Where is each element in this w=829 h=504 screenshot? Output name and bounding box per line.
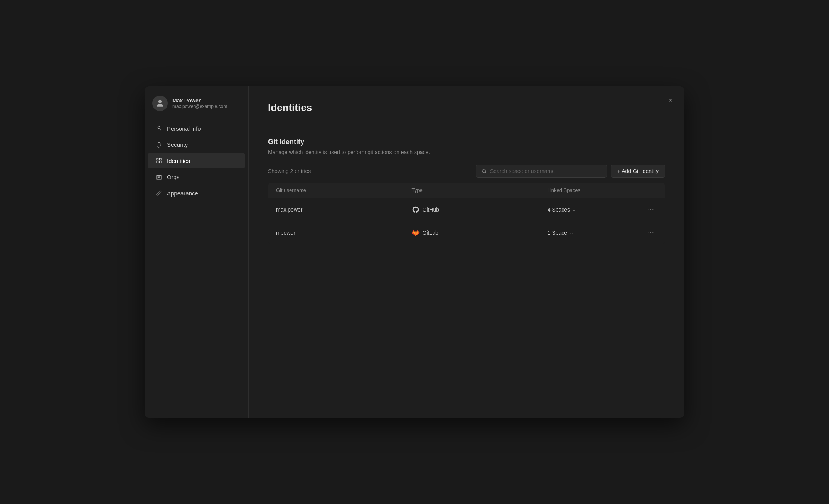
svg-rect-4 <box>159 161 161 163</box>
sidebar-item-identities[interactable]: Identities <box>148 153 245 168</box>
table-row: mpower <box>268 221 665 244</box>
settings-modal: Max Power max.power@example.com Personal… <box>145 86 684 418</box>
row-more-button[interactable]: ⋯ <box>645 204 657 215</box>
user-email: max.power@example.com <box>172 104 227 109</box>
entries-count: Showing 2 entries <box>268 168 311 174</box>
table-toolbar: Showing 2 entries + Add Git Identity <box>268 165 665 178</box>
sidebar-item-label: Personal info <box>167 125 201 132</box>
section-divider <box>268 126 665 126</box>
table-row: max.power GitHub <box>268 198 665 221</box>
table-header-row: Git username Type Linked Spaces <box>268 183 665 198</box>
column-header-username: Git username <box>268 183 404 198</box>
svg-point-10 <box>482 169 486 173</box>
linked-spaces-cell: 1 Space ⌄ <box>540 221 637 244</box>
search-icon <box>482 168 487 174</box>
identities-table: Git username Type Linked Spaces max.powe… <box>268 182 665 244</box>
brush-icon <box>155 190 162 197</box>
github-icon <box>412 206 420 213</box>
sidebar-item-label: Identities <box>167 158 190 164</box>
building-icon <box>155 173 162 180</box>
svg-rect-6 <box>158 177 158 178</box>
add-git-identity-button[interactable]: + Add Git Identity <box>611 165 665 178</box>
sidebar-item-security[interactable]: Security <box>148 137 245 152</box>
user-profile: Max Power max.power@example.com <box>145 96 248 120</box>
column-header-actions <box>637 183 665 198</box>
sidebar-item-orgs[interactable]: Orgs <box>148 169 245 185</box>
page-title: Identities <box>268 102 665 114</box>
search-input[interactable] <box>490 168 601 174</box>
user-avatar-icon <box>156 99 164 108</box>
svg-rect-3 <box>157 161 158 163</box>
column-header-type: Type <box>404 183 540 198</box>
git-username-cell: max.power <box>268 198 404 221</box>
user-icon <box>155 125 162 132</box>
row-more-button[interactable]: ⋯ <box>645 227 657 238</box>
svg-rect-7 <box>159 177 160 178</box>
sidebar-item-appearance[interactable]: Appearance <box>148 185 245 201</box>
sidebar-item-label: Orgs <box>167 174 180 180</box>
main-content: Identities Git Identity Manage which ide… <box>249 86 684 418</box>
avatar <box>152 96 168 111</box>
type-cell: GitHub <box>404 198 540 221</box>
sidebar-item-personal-info[interactable]: Personal info <box>148 121 245 136</box>
sidebar-nav: Personal info Security Identities <box>145 120 248 201</box>
svg-rect-5 <box>157 176 161 179</box>
toolbar-right: + Add Git Identity <box>476 165 665 178</box>
search-box[interactable] <box>476 165 607 178</box>
chevron-down-icon: ⌄ <box>572 207 576 212</box>
grid-icon <box>155 157 162 164</box>
sidebar-item-label: Appearance <box>167 190 198 197</box>
actions-cell: ⋯ <box>637 198 665 221</box>
user-info: Max Power max.power@example.com <box>172 97 227 109</box>
shield-icon <box>155 141 162 148</box>
svg-point-0 <box>158 126 160 128</box>
svg-line-11 <box>485 172 487 173</box>
git-identity-section: Git Identity Manage which identity is us… <box>268 138 665 244</box>
sidebar-item-label: Security <box>167 141 188 148</box>
close-icon <box>667 97 674 103</box>
svg-rect-2 <box>159 158 161 160</box>
spaces-expand-button[interactable]: 1 Space ⌄ <box>548 230 573 236</box>
user-name: Max Power <box>172 97 227 104</box>
type-cell: GitLab <box>404 221 540 244</box>
actions-cell: ⋯ <box>637 221 665 244</box>
svg-rect-1 <box>157 158 158 160</box>
section-description: Manage which identity is used to perform… <box>268 149 665 155</box>
sidebar: Max Power max.power@example.com Personal… <box>145 86 249 418</box>
close-button[interactable] <box>664 94 677 106</box>
linked-spaces-cell: 4 Spaces ⌄ <box>540 198 637 221</box>
column-header-linked-spaces: Linked Spaces <box>540 183 637 198</box>
spaces-expand-button[interactable]: 4 Spaces ⌄ <box>548 207 576 213</box>
gitlab-icon <box>412 229 420 237</box>
chevron-down-icon: ⌄ <box>570 230 573 235</box>
git-username-cell: mpower <box>268 221 404 244</box>
section-title: Git Identity <box>268 138 665 146</box>
